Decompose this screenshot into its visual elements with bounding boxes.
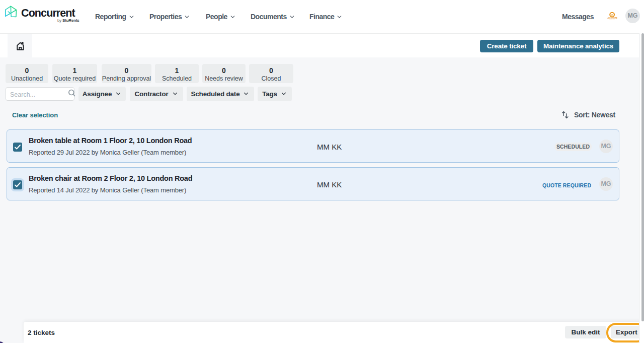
svg-text:COMPANY: COMPANY bbox=[609, 19, 615, 21]
